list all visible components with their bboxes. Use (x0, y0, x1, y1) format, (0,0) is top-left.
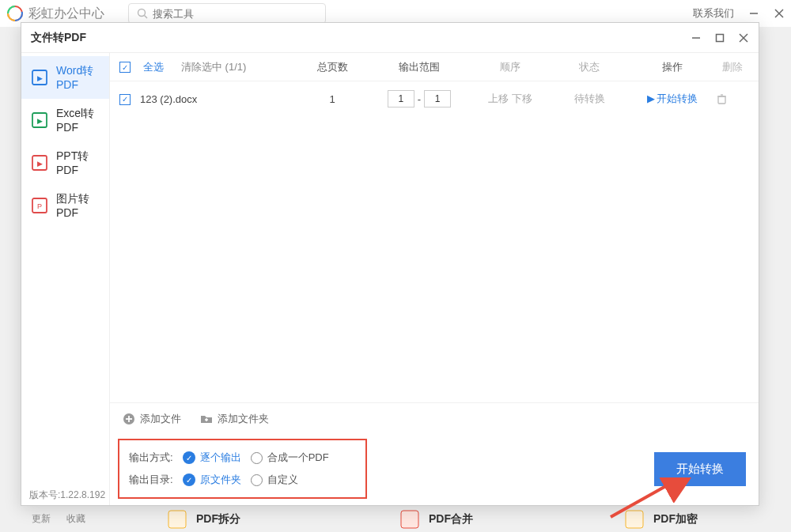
table-row: ✓ 123 (2).docx 1 - 上移 下移 待转换 (110, 81, 759, 116)
app-title: 彩虹办公中心 (28, 6, 104, 22)
svg-text:▶: ▶ (37, 74, 43, 82)
table-header: ✓ 全选 清除选中 (1/1) 总页数 输出范围 顺序 状态 操作 删除 (110, 53, 759, 81)
radio-on-icon: ✓ (183, 451, 195, 464)
dialog-minimize-icon[interactable] (691, 32, 702, 43)
svg-line-5 (145, 16, 148, 19)
bottom-cards: PDF拆分 PDF合并 PDF加密 (0, 507, 791, 532)
svg-text:▶: ▶ (37, 117, 43, 125)
radio-original-folder[interactable]: ✓ 原文件夹 (183, 473, 241, 487)
clear-selection-label[interactable]: 清除选中 (1/1) (181, 60, 246, 74)
plus-circle-icon (123, 413, 135, 425)
dialog-close-icon[interactable] (738, 32, 749, 43)
output-mode-label: 输出方式: (129, 451, 173, 465)
radio-label: 自定义 (267, 473, 298, 487)
header-pages: 总页数 (297, 60, 368, 74)
svg-text:▶: ▶ (37, 160, 43, 168)
header-action: 操作 (629, 60, 716, 74)
folder-plus-icon (200, 413, 213, 425)
move-down-link[interactable]: 下移 (512, 92, 532, 104)
sidebar-item-word[interactable]: ▶ Word转PDF (21, 56, 109, 99)
close-icon[interactable] (774, 8, 785, 19)
trash-icon[interactable] (716, 93, 749, 105)
sidebar-item-label: 图片转PDF (56, 192, 100, 219)
ppt-pdf-icon: ▶ (31, 154, 48, 172)
svg-rect-10 (401, 511, 418, 528)
add-file-label: 添加文件 (140, 412, 181, 426)
radio-individual[interactable]: ✓ 逐个输出 (183, 451, 241, 465)
sidebar-item-label: PPT转PDF (56, 149, 100, 176)
file-range: - (368, 90, 471, 108)
header-name-cell: 全选 清除选中 (1/1) (140, 60, 297, 74)
sidebar-item-label: Excel转PDF (56, 107, 100, 134)
search-box[interactable] (128, 3, 326, 24)
search-input[interactable] (153, 8, 317, 20)
sidebar-item-label: Word转PDF (56, 64, 100, 91)
output-settings: 输出方式: ✓ 逐个输出 合成一个PDF 输出目录: ✓ (118, 439, 751, 499)
radio-custom-folder[interactable]: 自定义 (251, 473, 298, 487)
header-checkbox-cell: ✓ (119, 61, 140, 74)
svg-rect-13 (717, 34, 724, 41)
radio-label: 原文件夹 (200, 473, 241, 487)
add-folder-label: 添加文件夹 (218, 412, 269, 426)
radio-label: 逐个输出 (200, 451, 241, 465)
row-checkbox[interactable]: ✓ (119, 94, 131, 105)
header-order: 顺序 (471, 60, 550, 74)
add-bar: 添加文件 添加文件夹 (110, 402, 759, 434)
image-pdf-icon: P (31, 197, 48, 214)
svg-rect-11 (626, 511, 643, 528)
select-all-label[interactable]: 全选 (143, 60, 164, 74)
radio-off-icon (251, 474, 263, 486)
card-pdf-split[interactable]: PDF拆分 (166, 507, 240, 532)
range-to-input[interactable] (424, 90, 451, 108)
svg-text:P: P (37, 202, 42, 210)
header-status: 状态 (550, 60, 629, 74)
card-pdf-merge[interactable]: PDF合并 (399, 507, 473, 532)
header-range: 输出范围 (368, 60, 471, 74)
minimize-icon[interactable] (748, 8, 759, 19)
dialog-window-controls (691, 32, 749, 43)
action-text: 开始转换 (657, 92, 698, 104)
radio-on-icon: ✓ (183, 474, 195, 486)
radio-label: 合成一个PDF (267, 451, 329, 465)
contact-link[interactable]: 联系我们 (693, 6, 734, 21)
card-label: PDF加密 (653, 512, 698, 526)
svg-rect-9 (168, 511, 186, 528)
select-all-checkbox[interactable]: ✓ (119, 62, 131, 73)
search-icon (137, 8, 148, 19)
play-icon: ▶ (647, 92, 655, 104)
sidebar-item-excel[interactable]: ▶ Excel转PDF (21, 99, 109, 141)
card-label: PDF拆分 (196, 512, 240, 526)
radio-off-icon (251, 452, 263, 464)
output-dir-label: 输出目录: (129, 473, 173, 487)
add-folder-button[interactable]: 添加文件夹 (200, 412, 269, 426)
file-pages: 1 (297, 93, 368, 105)
range-dash: - (418, 93, 421, 105)
card-label: PDF合并 (429, 512, 473, 526)
word-pdf-icon: ▶ (31, 69, 48, 86)
start-convert-link[interactable]: ▶开始转换 (647, 92, 698, 104)
header-right: 联系我们 (693, 6, 785, 21)
file-status: 待转换 (550, 92, 629, 106)
app-logo-icon (6, 5, 24, 22)
svg-rect-24 (718, 96, 725, 104)
dialog-title-bar: 文件转PDF (21, 23, 759, 53)
card-pdf-encrypt[interactable]: PDF加密 (623, 507, 698, 532)
file-list: ✓ 123 (2).docx 1 - 上移 下移 待转换 (110, 81, 759, 402)
dialog-body: ▶ Word转PDF ▶ Excel转PDF ▶ PPT转PDF P 图片转PD… (21, 53, 759, 505)
sidebar-item-ppt[interactable]: ▶ PPT转PDF (21, 141, 109, 184)
start-conversion-button[interactable]: 开始转换 (654, 452, 746, 486)
dialog-title: 文件转PDF (31, 31, 86, 45)
svg-point-4 (138, 9, 146, 17)
dialog-maximize-icon[interactable] (714, 32, 725, 43)
radio-merge[interactable]: 合成一个PDF (251, 451, 329, 465)
version-text: 版本号:1.22.8.192 (29, 489, 105, 502)
add-file-button[interactable]: 添加文件 (123, 412, 181, 426)
file-name: 123 (2).docx (140, 93, 197, 105)
move-up-link[interactable]: 上移 (488, 92, 509, 104)
conversion-sidebar: ▶ Word转PDF ▶ Excel转PDF ▶ PPT转PDF P 图片转PD… (21, 53, 110, 505)
excel-pdf-icon: ▶ (31, 111, 48, 129)
range-from-input[interactable] (388, 90, 414, 108)
file-table-area: ✓ 全选 清除选中 (1/1) 总页数 输出范围 顺序 状态 操作 删除 ✓ 1… (110, 53, 759, 505)
file-to-pdf-dialog: 文件转PDF ▶ Word转PDF ▶ Excel转PDF ▶ PPT转PDF … (21, 22, 759, 506)
sidebar-item-image[interactable]: P 图片转PDF (21, 184, 109, 227)
